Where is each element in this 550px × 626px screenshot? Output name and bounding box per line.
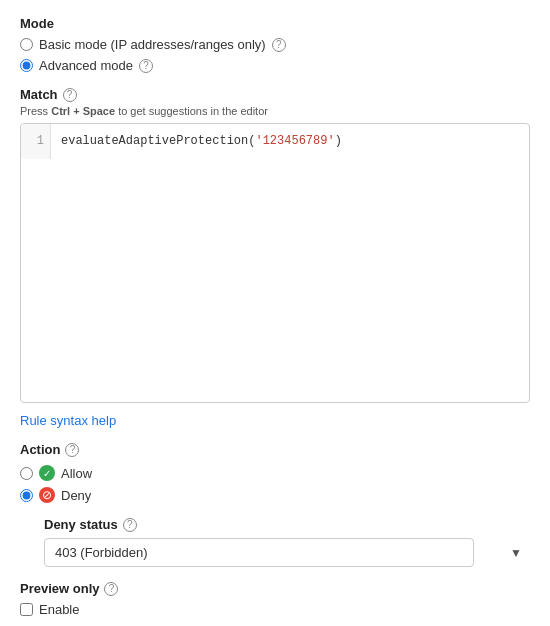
code-string-value: '123456789' [255,134,334,148]
deny-status-section: Deny status ? 403 (Forbidden) 404 (Not F… [20,517,530,567]
code-close-paren: ) [335,134,342,148]
action-label: Action [20,442,60,457]
action-header: Action ? [20,442,530,457]
code-editor[interactable]: 1 evaluateAdaptiveProtection('123456789'… [20,123,530,403]
deny-status-header: Deny status ? [20,517,530,532]
select-dropdown-arrow-icon: ▼ [510,546,522,560]
match-header: Match ? [20,87,530,102]
mode-section-label: Mode [20,16,530,31]
rule-syntax-link[interactable]: Rule syntax help [20,413,116,428]
preview-header: Preview only ? [20,581,530,596]
basic-mode-label: Basic mode (IP addresses/ranges only) [39,37,266,52]
advanced-mode-radio[interactable] [20,59,33,72]
deny-radio[interactable] [20,489,33,502]
advanced-mode-label: Advanced mode [39,58,133,73]
action-help-icon[interactable]: ? [65,443,79,457]
preview-help-icon[interactable]: ? [104,582,118,596]
deny-status-help-icon[interactable]: ? [123,518,137,532]
line-numbers: 1 [21,124,51,159]
match-label: Match [20,87,58,102]
allow-label: Allow [61,466,92,481]
deny-status-select[interactable]: 403 (Forbidden) 404 (Not Found) 502 (Bad… [44,538,474,567]
deny-radio-row[interactable]: ⊘ Deny [20,487,530,503]
match-help-icon[interactable]: ? [63,88,77,102]
code-function-text: evaluateAdaptiveProtection( [61,134,255,148]
advanced-mode-help-icon[interactable]: ? [139,59,153,73]
match-hint: Press Ctrl + Space to get suggestions in… [20,105,530,117]
preview-enable-checkbox-row[interactable]: Enable [20,602,530,617]
preview-enable-label: Enable [39,602,79,617]
match-section: Match ? Press Ctrl + Space to get sugges… [20,87,530,403]
deny-label: Deny [61,488,91,503]
action-section: Action ? ✓ Allow ⊘ Deny [20,442,530,503]
advanced-mode-radio-row[interactable]: Advanced mode ? [20,58,530,73]
basic-mode-help-icon[interactable]: ? [272,38,286,52]
allow-radio-row[interactable]: ✓ Allow [20,465,530,481]
deny-status-label: Deny status [44,517,118,532]
code-content: evaluateAdaptiveProtection('123456789') [51,124,529,159]
mode-radio-group: Basic mode (IP addresses/ranges only) ? … [20,37,530,73]
basic-mode-radio[interactable] [20,38,33,51]
preview-enable-checkbox[interactable] [20,603,33,616]
basic-mode-radio-row[interactable]: Basic mode (IP addresses/ranges only) ? [20,37,530,52]
allow-radio[interactable] [20,467,33,480]
preview-only-label: Preview only [20,581,99,596]
preview-section: Preview only ? Enable [20,581,530,617]
deny-icon: ⊘ [39,487,55,503]
allow-icon: ✓ [39,465,55,481]
deny-select-wrapper: 403 (Forbidden) 404 (Not Found) 502 (Bad… [20,538,530,567]
